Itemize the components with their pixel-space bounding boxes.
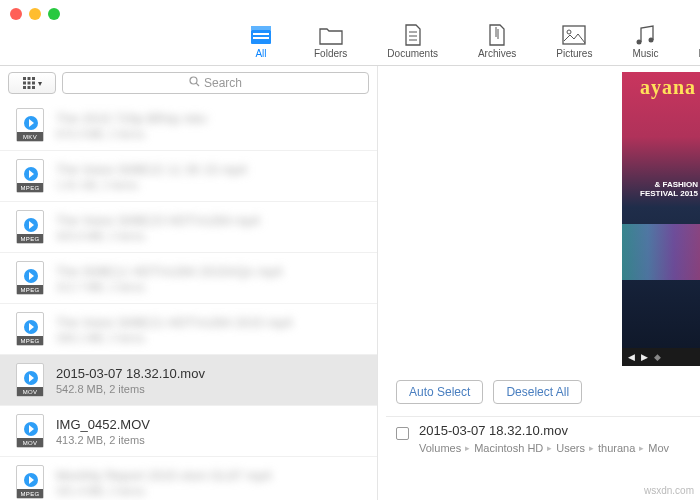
svg-line-32 bbox=[196, 83, 199, 86]
list-item[interactable]: MPEG The S09E11 HDTVx264 2015AQx mp4 312… bbox=[0, 253, 377, 304]
file-list[interactable]: MKV The 2015 720p BRrip mkv 670.3 MB, 2 … bbox=[0, 100, 377, 500]
toolbar: All Folders Documents Archives Pictures bbox=[0, 22, 700, 66]
breadcrumb[interactable]: Volumes▸Macintosh HD▸Users▸thurana▸Mov bbox=[419, 442, 669, 454]
right-panel: ayana & FASHION FESTIVAL 2015 ◀ ▶ ◆ Auto… bbox=[378, 66, 700, 500]
prev-icon[interactable]: ◀ bbox=[628, 352, 635, 362]
video-preview[interactable]: ayana & FASHION FESTIVAL 2015 ◀ ▶ ◆ bbox=[622, 72, 700, 366]
file-title: Monthly Report 2015 xlsm GL87 mp4 bbox=[56, 468, 271, 483]
chevron-right-icon: ▸ bbox=[547, 443, 552, 453]
list-item[interactable]: MKV The 2015 720p BRrip mkv 670.3 MB, 2 … bbox=[0, 100, 377, 151]
file-subtitle: 201.4 MB, 2 items bbox=[56, 485, 271, 497]
file-title: The Voice S09E22 11 30 15 mp4 bbox=[56, 162, 247, 177]
svg-rect-28 bbox=[23, 86, 26, 89]
svg-rect-22 bbox=[23, 77, 26, 80]
document-icon bbox=[400, 24, 426, 46]
svg-point-12 bbox=[649, 38, 654, 43]
left-panel: ▾ Search MKV The 2015 720p BRrip mkv 670… bbox=[0, 66, 378, 500]
breadcrumb-segment[interactable]: Mov bbox=[648, 442, 669, 454]
chevron-right-icon: ▸ bbox=[589, 443, 594, 453]
filter-documents[interactable]: Documents bbox=[387, 24, 438, 59]
filter-music[interactable]: Music bbox=[632, 24, 658, 59]
filter-all[interactable]: All bbox=[248, 24, 274, 59]
window-titlebar bbox=[0, 6, 700, 22]
list-item[interactable]: MOV 2015-03-07 18.32.10.mov 542.8 MB, 2 … bbox=[0, 355, 377, 406]
file-checkbox[interactable] bbox=[396, 427, 409, 440]
list-item[interactable]: MPEG Monthly Report 2015 xlsm GL87 mp4 2… bbox=[0, 457, 377, 500]
file-subtitle: 425.6 MB, 2 items bbox=[56, 230, 260, 242]
file-subtitle: 298.1 MB, 2 items bbox=[56, 332, 292, 344]
file-subtitle: 312.7 MB, 2 items bbox=[56, 281, 282, 293]
filter-label: Music bbox=[632, 48, 658, 59]
deselect-all-button[interactable]: Deselect All bbox=[493, 380, 582, 404]
filter-label: All bbox=[255, 48, 266, 59]
svg-rect-9 bbox=[563, 26, 585, 44]
svg-rect-2 bbox=[253, 33, 269, 35]
svg-rect-1 bbox=[251, 26, 271, 30]
file-type-icon: MKV bbox=[16, 108, 44, 142]
all-icon bbox=[248, 24, 274, 46]
file-title: The S09E11 HDTVx264 2015AQx mp4 bbox=[56, 264, 282, 279]
preview-sub-text: & FASHION FESTIVAL 2015 bbox=[626, 180, 698, 198]
search-row: ▾ Search bbox=[0, 66, 377, 100]
file-type-icon: MOV bbox=[16, 363, 44, 397]
breadcrumb-segment[interactable]: Volumes bbox=[419, 442, 461, 454]
search-input[interactable]: Search bbox=[62, 72, 369, 94]
file-title: The 2015 720p BRrip mkv bbox=[56, 111, 207, 126]
file-type-icon: MPEG bbox=[16, 465, 44, 499]
filter-pictures[interactable]: Pictures bbox=[556, 24, 592, 59]
filter-folders[interactable]: Folders bbox=[314, 24, 347, 59]
svg-rect-26 bbox=[27, 82, 30, 85]
scrubber-icon[interactable]: ◆ bbox=[654, 352, 661, 362]
file-subtitle: 542.8 MB, 2 items bbox=[56, 383, 205, 395]
list-item[interactable]: MPEG The Voice S09E22 11 30 15 mp4 1.81 … bbox=[0, 151, 377, 202]
file-subtitle: 670.3 MB, 2 items bbox=[56, 128, 207, 140]
filter-label: Folders bbox=[314, 48, 347, 59]
minimize-window-button[interactable] bbox=[29, 8, 41, 20]
file-type-icon: MPEG bbox=[16, 312, 44, 346]
filter-label: Documents bbox=[387, 48, 438, 59]
filter-archives[interactable]: Archives bbox=[478, 24, 516, 59]
file-title: IMG_0452.MOV bbox=[56, 417, 150, 432]
file-title: 2015-03-07 18.32.10.mov bbox=[56, 366, 205, 381]
svg-rect-30 bbox=[32, 86, 35, 89]
breadcrumb-segment[interactable]: Macintosh HD bbox=[474, 442, 543, 454]
file-subtitle: 1.81 GB, 2 items bbox=[56, 179, 247, 191]
chevron-right-icon: ▸ bbox=[639, 443, 644, 453]
svg-point-10 bbox=[567, 30, 571, 34]
play-icon[interactable]: ▶ bbox=[641, 352, 648, 362]
action-buttons: Auto Select Deselect All bbox=[386, 366, 700, 414]
folder-icon bbox=[318, 24, 344, 46]
svg-rect-24 bbox=[32, 77, 35, 80]
picture-icon bbox=[561, 24, 587, 46]
file-detail-row: 2015-03-07 18.32.10.mov Volumes▸Macintos… bbox=[386, 416, 700, 454]
search-icon bbox=[189, 76, 200, 90]
maximize-window-button[interactable] bbox=[48, 8, 60, 20]
list-item[interactable]: MPEG The Voice S09E21 HDTVx264 2015 mp4 … bbox=[0, 304, 377, 355]
preview-banner-text: ayana bbox=[640, 76, 696, 99]
search-placeholder: Search bbox=[204, 76, 242, 90]
breadcrumb-segment[interactable]: thurana bbox=[598, 442, 635, 454]
svg-point-11 bbox=[637, 40, 642, 45]
content-area: ▾ Search MKV The 2015 720p BRrip mkv 670… bbox=[0, 66, 700, 500]
detail-filename: 2015-03-07 18.32.10.mov bbox=[419, 423, 669, 438]
breadcrumb-segment[interactable]: Users bbox=[556, 442, 585, 454]
svg-rect-29 bbox=[27, 86, 30, 89]
auto-select-button[interactable]: Auto Select bbox=[396, 380, 483, 404]
watermark: wsxdn.com bbox=[644, 485, 694, 496]
archive-icon bbox=[484, 24, 510, 46]
file-type-icon: MPEG bbox=[16, 210, 44, 244]
file-type-icon: MOV bbox=[16, 414, 44, 448]
list-item[interactable]: MOV IMG_0452.MOV 413.2 MB, 2 items bbox=[0, 406, 377, 457]
svg-point-31 bbox=[190, 77, 197, 84]
file-subtitle: 413.2 MB, 2 items bbox=[56, 434, 150, 446]
music-icon bbox=[632, 24, 658, 46]
video-controls: ◀ ▶ ◆ bbox=[622, 348, 700, 366]
svg-rect-3 bbox=[253, 37, 269, 39]
close-window-button[interactable] bbox=[10, 8, 22, 20]
view-mode-button[interactable]: ▾ bbox=[8, 72, 56, 94]
file-type-icon: MPEG bbox=[16, 159, 44, 193]
svg-rect-25 bbox=[23, 82, 26, 85]
filter-label: Pictures bbox=[556, 48, 592, 59]
chevron-down-icon: ▾ bbox=[38, 79, 42, 88]
list-item[interactable]: MPEG The Voice S09E23 HDTVx264 mp4 425.6… bbox=[0, 202, 377, 253]
